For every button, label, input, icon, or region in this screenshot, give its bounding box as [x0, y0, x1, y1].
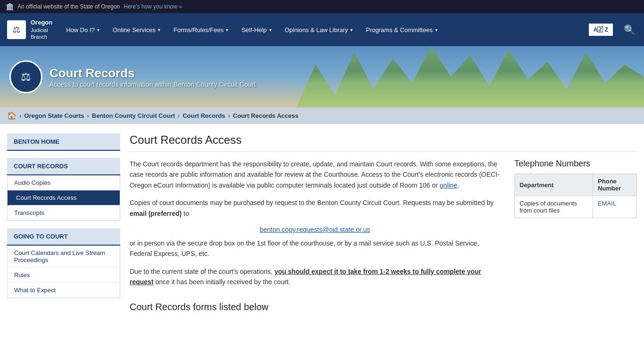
flag-icon: 🏛️	[6, 3, 14, 10]
chevron-down-icon: ▾	[97, 27, 99, 33]
chevron-down-icon: ▾	[158, 27, 160, 33]
online-link[interactable]: online	[440, 181, 457, 189]
hero-title: Court Records	[50, 66, 256, 81]
search-button[interactable]: 🔍	[615, 19, 644, 40]
nav-label: Forms/Rules/Fees	[173, 26, 223, 33]
sidebar-court-records-links: Audio Copies Court Records Access Transc…	[7, 175, 120, 221]
breadcrumb: 🏠 › Oregon State Courts › Benton County …	[0, 107, 644, 124]
banner-text: An official website of the State of Oreg…	[17, 3, 120, 10]
nav-right: A🇿 Z 🔍	[589, 13, 644, 46]
sidebar-link-court-calendars[interactable]: Court Calendars and Live Stream Proceedi…	[8, 246, 120, 268]
main-navbar: ⚖ Oregon Judicial Branch How Do I? ▾ Onl…	[0, 13, 644, 46]
how-you-know-link[interactable]: Here's how you know »	[124, 3, 182, 10]
email-link[interactable]: benton.copy.requests@ojd.state.or.us	[130, 226, 500, 233]
brand-line1: Oregon	[31, 19, 52, 27]
brand-line3: Branch	[31, 33, 52, 40]
breadcrumb-separator: ›	[19, 112, 21, 119]
sidebar-link-court-records-access[interactable]: Court Records Access	[8, 190, 120, 206]
brand-line2: Judicial	[31, 27, 52, 33]
home-icon[interactable]: 🏠	[7, 111, 17, 120]
hero-text: Court Records Access to court records in…	[50, 66, 256, 88]
sidebar-section-benton-home[interactable]: BENTON HOME	[7, 133, 120, 150]
content-para2-text: Copies of court documents may be purchas…	[130, 199, 494, 206]
sidebar-link-rules[interactable]: Rules	[8, 268, 120, 283]
content-para2-bold: email (preferred)	[130, 210, 182, 217]
breadcrumb-oregon-state-courts[interactable]: Oregon State Courts	[24, 112, 84, 119]
nav-label: How Do I?	[66, 26, 95, 33]
hero-content: ⚖ Court Records Access to court records …	[9, 60, 256, 93]
content-para4-start: Due to the current state of the court's …	[130, 268, 274, 275]
sidebar-section-court-records: COURT RECORDS	[7, 158, 120, 174]
breadcrumb-court-records[interactable]: Court Records	[182, 112, 225, 119]
page-title-area: Court Records Access	[130, 133, 637, 159]
nav-items: How Do I? ▾ Online Services ▾ Forms/Rule…	[59, 13, 588, 46]
chevron-down-icon: ▾	[435, 27, 438, 33]
content-para4: Due to the current state of the court's …	[130, 266, 500, 288]
main-container: BENTON HOME COURT RECORDS Audio Copies C…	[0, 124, 644, 322]
nav-opinions-law-library[interactable]: Opinions & Law Library ▾	[278, 13, 359, 46]
chevron-down-icon: ▾	[226, 27, 228, 33]
brand-text: Oregon Judicial Branch	[31, 19, 52, 40]
nav-label: Online Services	[113, 26, 156, 33]
search-icon: 🔍	[624, 25, 636, 35]
right-panel-title: Telephone Numbers	[514, 159, 637, 169]
table-cell-department: Copies of documents from court files	[515, 196, 593, 218]
sidebar-section-going-to-court: GOING TO COURT	[7, 228, 120, 245]
hero-banner: ⚖ Court Records Access to court records …	[0, 46, 644, 107]
hero-subtitle: Access to court records information with…	[50, 81, 256, 88]
table-row: Copies of documents from court files EMA…	[515, 196, 637, 218]
sidebar: BENTON HOME COURT RECORDS Audio Copies C…	[7, 133, 120, 313]
breadcrumb-separator: ›	[178, 112, 180, 119]
hero-seal-icon: ⚖	[9, 60, 42, 93]
sidebar-link-audio-copies[interactable]: Audio Copies	[8, 175, 120, 190]
table-header-department: Department	[515, 174, 593, 196]
table-cell-phone: EMAIL	[593, 196, 637, 218]
breadcrumb-benton-county[interactable]: Benton County Circuit Court	[92, 112, 175, 119]
nav-label: Programs & Committees	[366, 26, 433, 33]
nav-online-services[interactable]: Online Services ▾	[106, 13, 167, 46]
right-panel: Telephone Numbers Department Phone Numbe…	[514, 159, 637, 313]
content-para4-end: once it has been initially received by t…	[154, 278, 290, 286]
phone-table: Department Phone Number Copies of docume…	[514, 173, 637, 218]
content-area: The Court records department has the res…	[130, 159, 500, 313]
sidebar-going-to-court-links: Court Calendars and Live Stream Proceedi…	[7, 246, 120, 298]
nav-forms-rules-fees[interactable]: Forms/Rules/Fees ▾	[167, 13, 235, 46]
content-para3: or in person via the secure drop box on …	[130, 238, 500, 259]
nav-label: Opinions & Law Library	[285, 26, 348, 33]
brand-seal-icon: ⚖	[7, 20, 26, 39]
content-main-row: The Court records department has the res…	[130, 159, 637, 313]
nav-how-do-i[interactable]: How Do I? ▾	[59, 13, 106, 46]
chevron-down-icon: ▾	[350, 27, 353, 33]
top-banner: 🏛️ An official website of the State of O…	[0, 0, 644, 13]
forms-section-title: Court Records forms listed below	[130, 297, 500, 313]
nav-label: Self-Help	[241, 26, 266, 33]
email-link-table[interactable]: EMAIL	[598, 200, 616, 207]
translate-button[interactable]: A🇿 Z	[589, 24, 613, 36]
nav-programs-committees[interactable]: Programs & Committees ▾	[359, 13, 444, 46]
nav-self-help[interactable]: Self-Help ▾	[235, 13, 278, 46]
content-para2: Copies of court documents may be purchas…	[130, 197, 500, 219]
sidebar-link-what-to-expect[interactable]: What to Expect	[8, 283, 120, 298]
chevron-down-icon: ▾	[269, 27, 272, 33]
content-para2-end: to	[182, 210, 189, 217]
page-title: Court Records Access	[130, 133, 637, 152]
sidebar-link-transcripts[interactable]: Transcripts	[8, 206, 120, 221]
table-header-phone: Phone Number	[593, 174, 637, 196]
breadcrumb-current: Court Records Access	[233, 112, 298, 119]
content-para1: The Court records department has the res…	[130, 159, 500, 190]
brand[interactable]: ⚖ Oregon Judicial Branch	[0, 13, 59, 46]
breadcrumb-separator: ›	[87, 112, 89, 119]
breadcrumb-separator: ›	[228, 112, 230, 119]
